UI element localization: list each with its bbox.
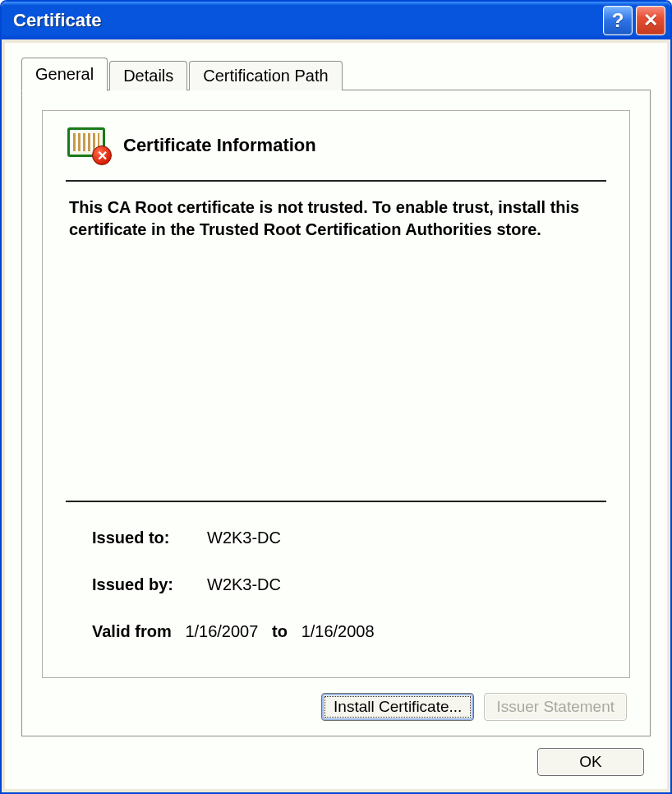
close-button[interactable]: ✕ (636, 6, 665, 35)
issued-by-value: W2K3-DC (207, 575, 281, 594)
titlebar-buttons: ? ✕ (603, 6, 665, 35)
close-icon: ✕ (643, 10, 658, 31)
tab-certification-path[interactable]: Certification Path (189, 61, 342, 90)
error-badge-icon: ✕ (92, 145, 112, 165)
issued-to-label: Issued to: (92, 529, 207, 547)
ok-button[interactable]: OK (537, 748, 644, 776)
valid-from-label: Valid from (92, 622, 172, 640)
tab-general[interactable]: General (21, 58, 108, 91)
issued-to-value: W2K3-DC (207, 529, 281, 547)
issued-by-label: Issued by: (92, 575, 207, 594)
issued-by-row: Issued by: W2K3-DC (92, 575, 598, 594)
client-area: General Details Certification Path ✕ Cer… (5, 43, 667, 789)
validity-row: Valid from 1/16/2007 to 1/16/2008 (92, 622, 598, 641)
issuer-statement-button: Issuer Statement (484, 693, 627, 721)
titlebar: Certificate ? ✕ (2, 2, 670, 39)
divider (66, 501, 606, 502)
certificate-window: Certificate ? ✕ General Details Certific… (0, 0, 672, 794)
cert-header: ✕ Certificate Information (66, 126, 606, 177)
help-button[interactable]: ? (603, 6, 633, 35)
install-certificate-button[interactable]: Install Certificate... (321, 693, 474, 721)
certificate-panel: ✕ Certificate Information This CA Root c… (42, 110, 630, 678)
valid-to-label: to (272, 622, 288, 640)
trust-message: This CA Root certificate is not trusted.… (66, 196, 606, 241)
dialog-buttons: OK (21, 736, 651, 778)
valid-to-value: 1/16/2008 (301, 622, 375, 640)
issued-to-row: Issued to: W2K3-DC (92, 529, 598, 547)
divider (66, 180, 606, 182)
help-icon: ? (612, 9, 624, 32)
tab-panel-general: ✕ Certificate Information This CA Root c… (21, 90, 651, 736)
spacer (66, 241, 606, 496)
cert-info-heading: Certificate Information (123, 135, 316, 156)
tab-details[interactable]: Details (109, 61, 187, 90)
certificate-details: Issued to: W2K3-DC Issued by: W2K3-DC Va… (66, 520, 606, 658)
valid-from-value: 1/16/2007 (185, 622, 258, 640)
tabs: General Details Certification Path (21, 58, 651, 90)
certificate-error-icon: ✕ (66, 126, 112, 165)
window-title: Certificate (13, 10, 603, 31)
panel-buttons: Install Certificate... Issuer Statement (42, 693, 630, 721)
